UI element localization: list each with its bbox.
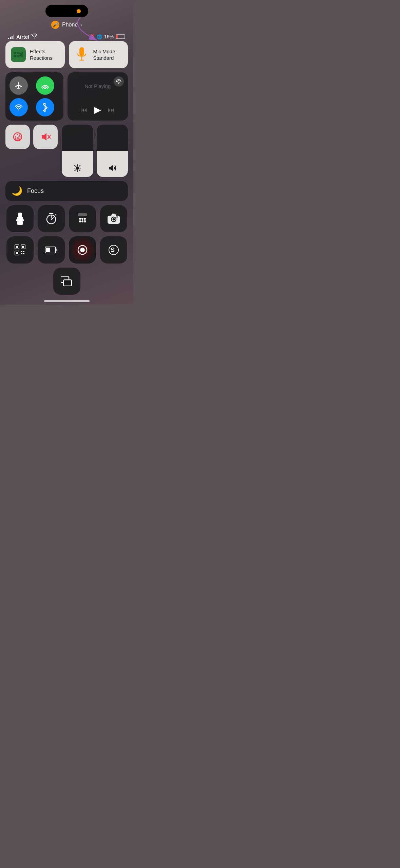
bottom-grid-row3 bbox=[5, 268, 128, 295]
svg-rect-50 bbox=[21, 253, 22, 254]
svg-rect-60 bbox=[63, 280, 72, 286]
fast-forward-button[interactable]: ⏭ bbox=[108, 106, 115, 114]
battery-fill bbox=[116, 35, 118, 38]
effects-icon-wrap bbox=[11, 47, 26, 62]
svg-marker-2 bbox=[20, 52, 23, 58]
svg-rect-10 bbox=[17, 137, 19, 140]
svg-rect-48 bbox=[21, 251, 22, 252]
battery-container bbox=[116, 34, 125, 39]
mic-mode-label-line1: Mic Mode bbox=[93, 48, 115, 55]
location-icon: 🌐 bbox=[97, 34, 102, 39]
qr-code-tile[interactable] bbox=[6, 236, 34, 264]
dynamic-island bbox=[45, 5, 88, 17]
home-indicator bbox=[44, 300, 90, 302]
svg-point-34 bbox=[84, 218, 86, 220]
alarm-icon: ⏰ bbox=[89, 34, 95, 39]
airplay-button[interactable] bbox=[114, 76, 124, 87]
phone-label: Phone bbox=[62, 22, 78, 28]
wifi-button[interactable] bbox=[9, 98, 28, 116]
cellular-button[interactable] bbox=[36, 76, 54, 95]
signal-bar-3 bbox=[12, 36, 13, 39]
battery-tile[interactable] bbox=[38, 236, 65, 264]
battery bbox=[116, 34, 125, 39]
focus-row: 🌙 Focus bbox=[5, 181, 128, 201]
svg-point-56 bbox=[80, 248, 85, 252]
brightness-icon bbox=[74, 164, 81, 174]
signal-bar-2 bbox=[10, 37, 11, 39]
bluetooth-button[interactable] bbox=[36, 98, 54, 116]
screen-record-tile[interactable] bbox=[69, 236, 96, 264]
svg-line-29 bbox=[55, 214, 56, 215]
bottom-grid-row2: S bbox=[5, 236, 128, 264]
rotation-lock-tile[interactable] bbox=[5, 125, 30, 149]
wifi-status-icon bbox=[31, 34, 37, 40]
mic-mode-tile[interactable]: Mic Mode Standard bbox=[69, 41, 128, 68]
svg-rect-54 bbox=[56, 249, 57, 251]
status-bar: Airtel ⏰ 🌐 16% bbox=[0, 31, 133, 41]
rewind-button[interactable]: ⏮ bbox=[81, 106, 88, 114]
camera-tile[interactable] bbox=[100, 205, 127, 232]
status-left: Airtel bbox=[8, 34, 37, 40]
svg-rect-53 bbox=[46, 248, 50, 252]
mic-orange-icon: 🎤 bbox=[51, 21, 59, 29]
battery-percent: 16% bbox=[104, 34, 114, 39]
svg-line-20 bbox=[79, 165, 80, 166]
effects-tile[interactable]: Effects Reactions bbox=[5, 41, 65, 68]
connectivity-tile bbox=[5, 72, 63, 121]
focus-label: Focus bbox=[27, 187, 44, 195]
svg-rect-45 bbox=[22, 246, 24, 248]
lock-mute-group bbox=[5, 125, 58, 177]
mute-tile[interactable] bbox=[33, 125, 58, 149]
svg-rect-22 bbox=[18, 213, 22, 217]
volume-slider[interactable] bbox=[97, 125, 128, 177]
svg-rect-43 bbox=[16, 246, 18, 248]
svg-rect-37 bbox=[84, 220, 86, 222]
top-row: Effects Reactions Mic Mode Standard bbox=[5, 41, 128, 68]
now-playing-tile[interactable]: Not Playing ⏮ ▶ ⏭ bbox=[68, 72, 128, 121]
airplane-mode-button[interactable] bbox=[9, 76, 28, 95]
volume-icon bbox=[108, 164, 116, 174]
screen-mirror-tile[interactable] bbox=[53, 268, 80, 295]
svg-text:S: S bbox=[111, 247, 115, 253]
mic-mode-label-line2: Standard bbox=[93, 55, 115, 61]
signal-bar-1 bbox=[8, 38, 9, 39]
control-center: Effects Reactions Mic Mode Standard bbox=[0, 41, 133, 295]
status-right: ⏰ 🌐 16% bbox=[89, 34, 125, 39]
flashlight-tile[interactable] bbox=[6, 205, 34, 232]
svg-point-41 bbox=[116, 216, 118, 218]
svg-marker-23 bbox=[16, 217, 24, 221]
timer-tile[interactable] bbox=[38, 205, 65, 232]
phone-indicator[interactable]: 🎤 Phone › bbox=[51, 21, 82, 29]
mic-mode-tile-text: Mic Mode Standard bbox=[93, 48, 115, 61]
svg-point-13 bbox=[76, 166, 79, 170]
svg-rect-5 bbox=[79, 47, 84, 56]
svg-point-8 bbox=[44, 88, 46, 89]
svg-point-32 bbox=[79, 218, 81, 220]
brightness-slider[interactable] bbox=[62, 125, 93, 177]
camera-dot bbox=[77, 9, 81, 13]
svg-rect-31 bbox=[78, 213, 87, 216]
focus-tile[interactable]: 🌙 Focus bbox=[5, 181, 128, 201]
svg-point-36 bbox=[81, 220, 83, 222]
svg-line-21 bbox=[75, 170, 76, 171]
carrier-name: Airtel bbox=[16, 34, 29, 40]
effects-label-line2: Reactions bbox=[30, 55, 53, 61]
signal-bars bbox=[8, 34, 14, 39]
phone-chevron: › bbox=[80, 22, 82, 28]
calculator-tile[interactable] bbox=[69, 205, 96, 232]
connectivity-row: Not Playing ⏮ ▶ ⏭ bbox=[5, 72, 128, 121]
svg-line-18 bbox=[75, 165, 76, 166]
row3 bbox=[5, 125, 128, 177]
play-button[interactable]: ▶ bbox=[94, 105, 101, 115]
svg-rect-51 bbox=[23, 253, 24, 254]
shazam-tile[interactable]: S bbox=[100, 236, 127, 264]
mic-mode-icon-wrap bbox=[74, 47, 89, 62]
signal-bar-4 bbox=[13, 35, 14, 39]
svg-point-35 bbox=[79, 220, 81, 222]
svg-point-33 bbox=[81, 218, 83, 220]
playback-controls: ⏮ ▶ ⏭ bbox=[81, 105, 115, 115]
svg-rect-47 bbox=[16, 252, 18, 254]
svg-line-19 bbox=[79, 170, 80, 171]
moon-icon: 🌙 bbox=[12, 186, 22, 196]
effects-label-line1: Effects bbox=[30, 48, 53, 55]
